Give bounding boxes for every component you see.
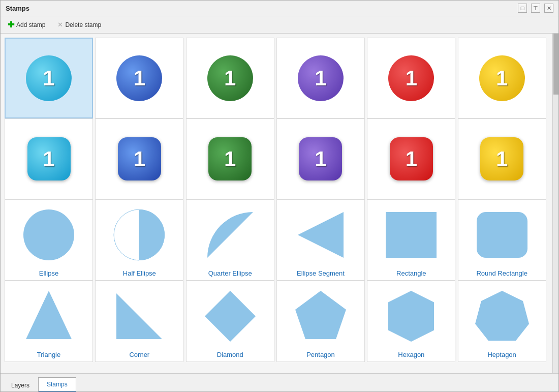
pentagon-label: Pentagon <box>306 351 335 358</box>
svg-marker-7 <box>388 291 434 342</box>
pin-button[interactable]: ⊤ <box>531 4 540 13</box>
delete-stamp-label: Delete stamp <box>65 21 101 28</box>
content-area: 1 1 1 1 1 1 1 1 <box>1 34 558 373</box>
hexagon-label: Hexagon <box>398 351 424 358</box>
shape-cell-half-ellipse[interactable]: Half Ellipse <box>95 199 183 281</box>
pentagon-svg <box>293 288 349 344</box>
heptagon-svg-area <box>458 281 546 351</box>
circle-stamp-cyan: 1 <box>26 55 72 101</box>
stamps-grid: 1 1 1 1 1 1 1 1 <box>1 34 552 373</box>
round-rectangle-label: Round Rectangle <box>476 269 527 277</box>
circle-stamp-red: 1 <box>388 55 434 101</box>
ellipse-segment-svg-area <box>277 200 364 269</box>
svg-marker-5 <box>205 291 256 342</box>
quarter-ellipse-svg-area <box>187 200 274 269</box>
stamp-cell-rounded-cyan[interactable]: 1 <box>5 118 93 199</box>
circle-stamp-purple: 1 <box>298 55 344 101</box>
round-rectangle-svg-area <box>458 200 546 269</box>
window-title: Stamps <box>6 5 29 12</box>
stamp-cell-circle-red[interactable]: 1 <box>367 38 455 118</box>
stamp-cell-rounded-purple[interactable]: 1 <box>276 118 365 199</box>
rounded-stamp-cyan: 1 <box>27 137 71 180</box>
stamp-cell-rounded-green[interactable]: 1 <box>186 118 274 199</box>
scrollbar[interactable] <box>552 34 558 373</box>
diamond-svg <box>202 288 258 344</box>
tab-layers[interactable]: Layers <box>3 378 38 392</box>
svg-rect-3 <box>477 212 527 258</box>
title-bar-controls: □ ⊤ ✕ <box>518 4 553 13</box>
circle-stamp-blue: 1 <box>116 55 162 101</box>
rectangle-svg <box>383 209 439 260</box>
svg-marker-8 <box>475 291 529 341</box>
add-stamp-label: Add stamp <box>16 21 45 28</box>
svg-marker-4 <box>26 291 72 339</box>
stamp-cell-circle-cyan-selected[interactable]: 1 <box>5 38 93 118</box>
ellipse-label: Ellipse <box>39 269 58 277</box>
diamond-label: Diamond <box>217 351 243 358</box>
rectangle-svg-area <box>367 200 455 269</box>
shape-cell-quarter-ellipse[interactable]: Quarter Ellipse <box>186 199 274 281</box>
shape-cell-hexagon[interactable]: Hexagon <box>367 281 455 362</box>
stamp-cell-circle-yellow[interactable]: 1 <box>458 38 546 118</box>
stamp-cell-rounded-red[interactable]: 1 <box>367 118 455 199</box>
rounded-stamp-red: 1 <box>390 137 433 180</box>
ellipse-svg-area <box>5 200 92 269</box>
title-bar: Stamps □ ⊤ ✕ <box>1 1 558 16</box>
rounded-stamp-yellow: 1 <box>480 137 523 180</box>
shape-cell-rectangle[interactable]: Rectangle <box>367 199 455 281</box>
stamp-cell-rounded-blue[interactable]: 1 <box>95 118 183 199</box>
half-ellipse-svg-area <box>96 200 183 269</box>
bottom-tabs: Layers Stamps <box>1 373 558 391</box>
scrollbar-thumb[interactable] <box>553 34 558 95</box>
ellipse-segment-svg <box>293 207 349 263</box>
half-ellipse-svg <box>111 207 167 263</box>
shape-cell-ellipse[interactable]: Ellipse <box>5 199 93 281</box>
tab-stamps[interactable]: Stamps <box>38 377 76 392</box>
corner-svg <box>111 288 167 344</box>
shape-cell-corner[interactable]: Corner <box>95 281 183 362</box>
x-icon: ✕ <box>57 21 63 28</box>
rounded-stamp-purple: 1 <box>299 137 342 180</box>
triangle-label: Triangle <box>37 351 60 358</box>
minimize-button[interactable]: □ <box>518 4 527 13</box>
svg-point-0 <box>23 209 74 260</box>
svg-marker-6 <box>295 291 346 339</box>
hexagon-svg <box>383 288 439 344</box>
stamp-cell-circle-purple[interactable]: 1 <box>276 38 365 118</box>
toolbar: ✚ Add stamp ✕ Delete stamp <box>1 16 558 34</box>
stamp-cell-circle-blue[interactable]: 1 <box>95 38 183 118</box>
stamp-cell-circle-green[interactable]: 1 <box>186 38 274 118</box>
rectangle-label: Rectangle <box>396 269 426 277</box>
plus-icon: ✚ <box>8 20 14 29</box>
round-rectangle-svg <box>474 209 530 260</box>
hexagon-svg-area <box>367 281 455 351</box>
ellipse-segment-label: Ellipse Segment <box>297 269 345 277</box>
shape-cell-pentagon[interactable]: Pentagon <box>276 281 365 362</box>
shape-cell-heptagon[interactable]: Heptagon <box>458 281 546 362</box>
heptagon-label: Heptagon <box>487 351 516 358</box>
shape-cell-ellipse-segment[interactable]: Ellipse Segment <box>276 199 365 281</box>
stamp-cell-rounded-yellow[interactable]: 1 <box>458 118 546 199</box>
circle-stamp-yellow: 1 <box>479 55 525 101</box>
heptagon-svg <box>474 288 530 344</box>
circle-stamp-green: 1 <box>207 55 253 101</box>
corner-label: Corner <box>129 351 149 358</box>
pentagon-svg-area <box>277 281 364 351</box>
svg-rect-2 <box>386 212 437 258</box>
rounded-stamp-blue: 1 <box>118 137 161 180</box>
triangle-svg <box>21 288 77 344</box>
diamond-svg-area <box>187 281 274 351</box>
delete-stamp-button[interactable]: ✕ Delete stamp <box>55 20 103 29</box>
stamps-window: Stamps □ ⊤ ✕ ✚ Add stamp ✕ Delete stamp … <box>0 0 559 392</box>
quarter-ellipse-label: Quarter Ellipse <box>208 269 252 277</box>
shape-cell-diamond[interactable]: Diamond <box>186 281 274 362</box>
close-button[interactable]: ✕ <box>544 4 553 13</box>
rounded-stamp-green: 1 <box>208 137 252 180</box>
corner-svg-area <box>96 281 183 351</box>
half-ellipse-label: Half Ellipse <box>123 269 156 277</box>
add-stamp-button[interactable]: ✚ Add stamp <box>6 19 47 31</box>
shape-cell-round-rectangle[interactable]: Round Rectangle <box>458 199 546 281</box>
ellipse-svg <box>21 207 77 263</box>
shape-cell-triangle[interactable]: Triangle <box>5 281 93 362</box>
triangle-svg-area <box>5 281 92 351</box>
